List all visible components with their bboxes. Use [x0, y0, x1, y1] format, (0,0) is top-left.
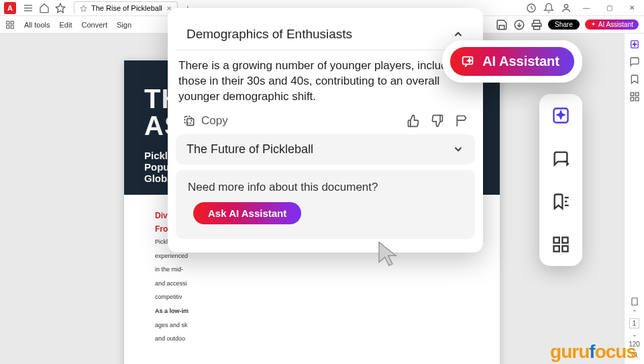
chat-dock-icon[interactable]: [551, 149, 570, 168]
acrobat-logo: A: [4, 2, 16, 14]
svg-marker-4: [80, 5, 87, 11]
right-rail: ⌃ 1 ⌄ 120: [624, 34, 644, 364]
ai-star-rail-icon[interactable]: [629, 39, 640, 50]
window-minimize[interactable]: —: [578, 3, 594, 13]
edit-button[interactable]: Edit: [60, 21, 72, 29]
article-paragraph: and outdoo: [155, 334, 375, 343]
chevron-up-icon: [452, 28, 464, 40]
article-paragraph: competitiv: [155, 293, 375, 302]
chevron-down-icon: [452, 143, 464, 155]
section-body-text: There is a growing number of younger pla…: [168, 54, 483, 105]
copy-label: Copy: [201, 114, 228, 128]
ai-star-dock-icon[interactable]: [551, 106, 570, 125]
sign-button[interactable]: Sign: [117, 21, 131, 29]
all-tools-button[interactable]: All tools: [24, 21, 50, 29]
avatar-icon[interactable]: [561, 3, 572, 13]
svg-rect-33: [554, 246, 559, 251]
tab-title: The Rise of Pickleball: [91, 4, 162, 12]
home-icon[interactable]: [39, 3, 50, 13]
print-icon[interactable]: [531, 19, 543, 31]
article-paragraph: As a low-im: [155, 307, 375, 316]
ask-ai-assistant-button[interactable]: Ask AI Assistant: [193, 202, 301, 224]
svg-rect-34: [562, 246, 568, 251]
svg-rect-24: [184, 116, 191, 123]
menu-icon[interactable]: [23, 3, 34, 13]
star-outline-icon[interactable]: [55, 3, 66, 13]
chevron-up-icon[interactable]: ⌃: [632, 309, 637, 316]
thumbnails-rail-icon[interactable]: [629, 91, 640, 102]
bookmark-rail-icon[interactable]: [629, 74, 640, 85]
article-paragraph: experienced: [155, 252, 375, 261]
page-top-icon[interactable]: [630, 297, 639, 306]
share-button[interactable]: Share: [548, 19, 580, 30]
thumbs-down-icon[interactable]: [431, 114, 444, 128]
chat-sparkle-icon: [461, 54, 476, 69]
window-maximize[interactable]: ▢: [601, 3, 617, 13]
svg-rect-25: [187, 118, 194, 125]
svg-rect-16: [631, 93, 634, 96]
cloud-icon[interactable]: [526, 3, 537, 13]
ai-assistant-big-label: AI Assistant: [482, 54, 559, 69]
ai-assistant-panel: Demographics of Enthusiasts There is a g…: [168, 8, 483, 253]
svg-rect-17: [635, 93, 639, 96]
sparkle-icon: [590, 21, 596, 28]
grid-icon[interactable]: [5, 20, 15, 30]
svg-rect-18: [631, 97, 634, 101]
page-number-input[interactable]: 1: [629, 318, 640, 328]
section-header-demographics[interactable]: Demographics of Enthusiasts: [186, 27, 464, 42]
ai-assistant-callout: AI Assistant: [442, 40, 582, 83]
svg-rect-7: [7, 21, 9, 24]
prompt-text: Need more info about this document?: [188, 181, 463, 194]
copy-icon: [182, 114, 196, 128]
svg-rect-32: [562, 238, 568, 243]
convert-button[interactable]: Convert: [82, 21, 108, 29]
copy-button[interactable]: Copy: [182, 114, 228, 128]
comment-rail-icon[interactable]: [629, 56, 640, 67]
grid-dock-icon[interactable]: [551, 235, 570, 254]
ai-tools-dock: [539, 94, 582, 266]
svg-rect-20: [631, 298, 637, 306]
svg-rect-31: [554, 238, 559, 243]
bell-icon[interactable]: [543, 3, 554, 13]
svg-rect-9: [7, 26, 9, 28]
download-icon[interactable]: [513, 19, 525, 31]
bookmark-list-dock-icon[interactable]: [551, 192, 570, 211]
ai-assistant-toolbar-button[interactable]: AI Assistant: [585, 19, 639, 30]
article-paragraph: ages and sk: [155, 321, 375, 330]
section-title: The Future of Pickleball: [186, 142, 313, 156]
ai-assistant-big-button[interactable]: AI Assistant: [450, 47, 574, 76]
article-paragraph: and accessi: [155, 279, 375, 288]
window-close[interactable]: ✕: [624, 3, 640, 13]
chevron-down-icon[interactable]: ⌄: [632, 331, 637, 338]
flag-icon[interactable]: [455, 114, 468, 128]
svg-rect-8: [11, 21, 13, 24]
thumbs-up-icon[interactable]: [407, 114, 420, 128]
prompt-section: Need more info about this document? Ask …: [176, 170, 475, 239]
svg-rect-19: [635, 97, 639, 101]
section-title: Demographics of Enthusiasts: [186, 27, 352, 42]
article-paragraph: in the mid-: [155, 265, 375, 274]
svg-rect-13: [534, 20, 540, 24]
section-header-future[interactable]: The Future of Pickleball: [186, 142, 464, 156]
svg-marker-3: [56, 3, 64, 12]
save-icon[interactable]: [496, 19, 508, 31]
tab-star-icon: [80, 5, 87, 12]
svg-point-6: [564, 4, 568, 7]
document-tab[interactable]: The Rise of Pickleball ✕: [74, 1, 178, 14]
gurufocus-watermark: gurufocus: [550, 341, 636, 363]
svg-rect-10: [11, 26, 13, 28]
